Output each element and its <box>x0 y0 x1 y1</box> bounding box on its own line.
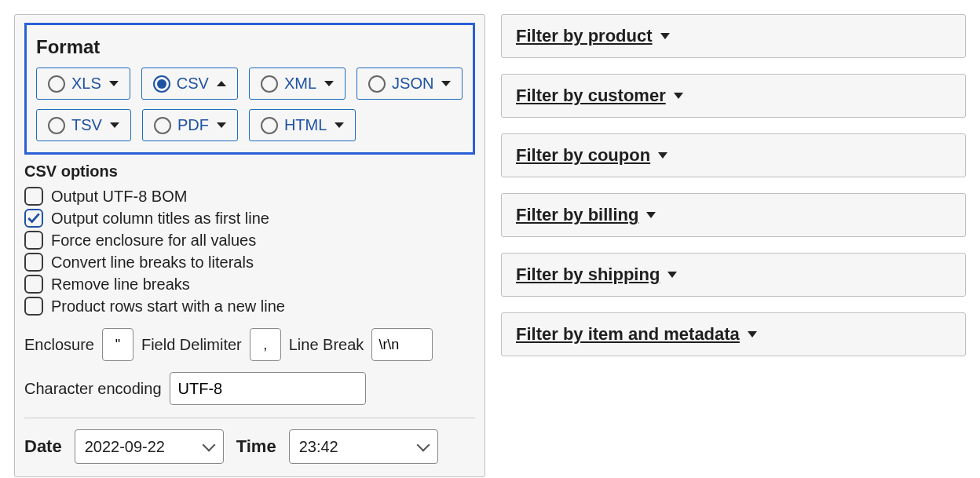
csv-option-label: Force enclosure for all values <box>51 232 256 250</box>
export-settings-panel: Format XLS CSV XML <box>14 14 485 477</box>
format-option-label: XML <box>284 75 316 93</box>
filter-label: Filter by shipping <box>516 265 660 285</box>
divider <box>24 418 475 418</box>
format-row-2: TSV PDF HTML <box>36 109 463 141</box>
radio-icon <box>48 75 65 93</box>
filter-label: Filter by coupon <box>516 145 650 166</box>
encoding-label: Character encoding <box>24 380 162 398</box>
chevron-down-icon <box>658 152 667 159</box>
format-option-json[interactable]: JSON <box>357 68 463 100</box>
chevron-down-icon <box>646 212 656 218</box>
encoding-input[interactable] <box>170 372 366 405</box>
format-row-1: XLS CSV XML JSON <box>36 68 463 100</box>
chevron-down-icon <box>110 122 119 128</box>
checkbox-icon <box>24 187 43 206</box>
linebreak-input[interactable] <box>371 328 433 361</box>
chevron-down-icon <box>667 272 677 278</box>
date-label: Date <box>24 436 62 457</box>
date-value: 2022-09-22 <box>85 438 165 456</box>
csv-option-label: Product rows start with a new line <box>51 297 285 316</box>
chevron-down-icon <box>217 122 226 128</box>
format-option-csv[interactable]: CSV <box>141 68 238 100</box>
csv-option-force-enclosure[interactable]: Force enclosure for all values <box>24 229 475 251</box>
chevron-down-icon <box>748 331 757 338</box>
chevron-down-icon <box>324 81 334 86</box>
schedule-row: Date 2022-09-22 Time 23:42 <box>24 429 475 464</box>
chevron-down-icon <box>109 81 119 86</box>
radio-icon <box>368 75 386 93</box>
enclosure-label: Enclosure <box>24 336 94 354</box>
format-option-label: CSV <box>177 75 209 93</box>
format-title: Format <box>36 36 463 58</box>
checkbox-icon <box>24 275 43 294</box>
format-option-label: JSON <box>392 75 433 93</box>
csv-option-column-titles[interactable]: Output column titles as first line <box>24 207 475 229</box>
filter-label: Filter by customer <box>516 86 666 106</box>
time-select[interactable]: 23:42 <box>289 429 438 464</box>
csv-field-row-2: Character encoding <box>24 372 475 405</box>
filter-panel-billing[interactable]: Filter by billing <box>501 193 966 237</box>
chevron-down-icon <box>202 439 215 452</box>
chevron-down-icon <box>441 81 451 86</box>
csv-option-remove-breaks[interactable]: Remove line breaks <box>24 273 475 295</box>
radio-icon <box>153 75 170 93</box>
filter-panel-customer[interactable]: Filter by customer <box>501 74 966 118</box>
format-option-pdf[interactable]: PDF <box>142 109 238 141</box>
format-option-label: HTML <box>284 116 327 134</box>
filter-panel-coupon[interactable]: Filter by coupon <box>501 133 966 177</box>
radio-icon <box>154 117 171 134</box>
format-option-html[interactable]: HTML <box>249 109 356 141</box>
date-select[interactable]: 2022-09-22 <box>75 429 224 464</box>
csv-option-label: Remove line breaks <box>51 275 190 294</box>
enclosure-input[interactable] <box>102 328 133 361</box>
format-option-label: TSV <box>71 116 102 134</box>
csv-field-row-1: Enclosure Field Delimiter Line Break <box>24 328 475 361</box>
format-option-tsv[interactable]: TSV <box>36 109 131 141</box>
time-value: 23:42 <box>299 438 338 456</box>
filter-panel-product[interactable]: Filter by product <box>501 14 966 58</box>
csv-option-product-rows-newline[interactable]: Product rows start with a new line <box>24 295 475 317</box>
checkbox-icon <box>24 253 43 272</box>
csv-option-label: Output column titles as first line <box>51 210 269 228</box>
radio-icon <box>261 117 278 134</box>
chevron-down-icon <box>674 93 683 99</box>
filter-panel-shipping[interactable]: Filter by shipping <box>501 253 966 297</box>
filter-panel-column: Filter by product Filter by customer Fil… <box>501 14 966 356</box>
csv-option-label: Output UTF-8 BOM <box>51 188 187 206</box>
chevron-down-icon <box>660 33 670 39</box>
radio-icon <box>48 117 65 134</box>
csv-option-convert-breaks[interactable]: Convert line breaks to literals <box>24 251 475 273</box>
checkbox-icon <box>24 297 43 316</box>
time-label: Time <box>236 436 276 457</box>
checkbox-icon <box>24 231 43 250</box>
linebreak-label: Line Break <box>289 336 364 354</box>
delimiter-label: Field Delimiter <box>141 336 242 354</box>
csv-options-title: CSV options <box>24 162 475 181</box>
radio-icon <box>261 75 278 93</box>
format-option-xls[interactable]: XLS <box>36 68 130 100</box>
filter-label: Filter by product <box>516 26 653 46</box>
format-option-label: PDF <box>177 116 209 134</box>
chevron-up-icon <box>217 81 226 86</box>
format-option-xml[interactable]: XML <box>249 68 346 100</box>
format-option-label: XLS <box>71 75 101 93</box>
chevron-down-icon <box>416 439 430 452</box>
checkbox-icon <box>24 209 43 228</box>
filter-label: Filter by billing <box>516 205 638 225</box>
csv-option-utf8bom[interactable]: Output UTF-8 BOM <box>24 185 475 207</box>
delimiter-input[interactable] <box>250 328 281 361</box>
filter-panel-item-metadata[interactable]: Filter by item and metadata <box>501 312 966 356</box>
csv-option-label: Convert line breaks to literals <box>51 254 254 272</box>
chevron-down-icon <box>335 122 344 128</box>
filter-label: Filter by item and metadata <box>516 324 740 345</box>
format-section: Format XLS CSV XML <box>24 23 475 155</box>
